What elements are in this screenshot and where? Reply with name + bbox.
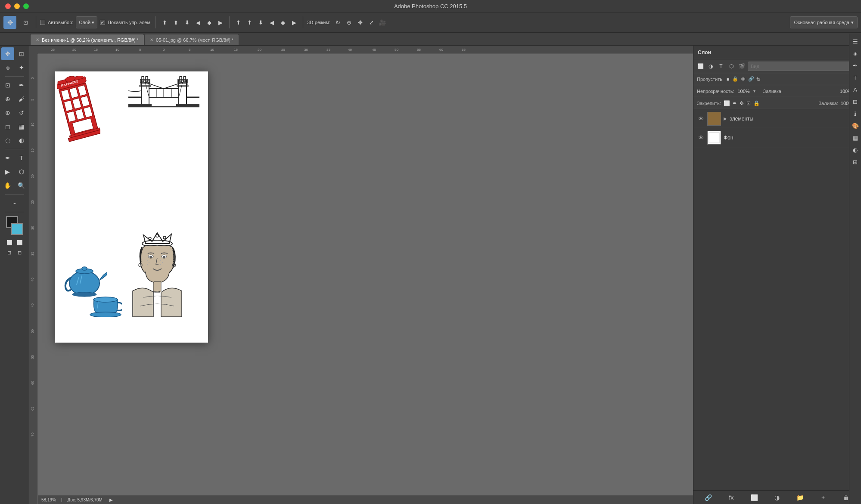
- kind-shape-icon[interactable]: ⬡: [727, 62, 736, 71]
- toolbar-separator-3: [229, 16, 230, 28]
- selection-tool[interactable]: ⊡: [15, 47, 28, 60]
- kind-adjust-icon[interactable]: ◑: [706, 62, 715, 71]
- distribute-icons: ⬆ ⬆ ⬇ ◀ ◆ ▶: [233, 18, 299, 27]
- align-right-icon[interactable]: ▶: [216, 18, 225, 27]
- distrib-1-icon[interactable]: ⬆: [233, 18, 243, 27]
- svg-text:60: 60: [439, 48, 443, 52]
- layer-expand-elements-icon[interactable]: ▶: [724, 116, 727, 121]
- zoom-tool[interactable]: 🔍: [15, 179, 28, 192]
- spot-heal-tool[interactable]: ⊕: [1, 93, 14, 105]
- kind-pixel-icon[interactable]: ⬜: [696, 62, 705, 71]
- panel-patterns-icon[interactable]: ⊞: [850, 157, 861, 167]
- move-tool-button[interactable]: ✥: [3, 16, 16, 29]
- align-top-icon[interactable]: ⬆: [160, 18, 169, 27]
- pen-tool[interactable]: ✒: [1, 152, 14, 164]
- hand-tool[interactable]: ✋: [1, 179, 14, 192]
- tab-untitled[interactable]: ✕ Без имени-1 @ 58,2% (элементы, RGB/8#)…: [30, 34, 144, 45]
- screen-mode-btn[interactable]: ⊡: [5, 248, 14, 257]
- align-vmid-icon[interactable]: ⬆: [171, 18, 180, 27]
- layer-vis-elements-icon[interactable]: 👁: [697, 115, 705, 122]
- showtransform-checkbox[interactable]: ✓: [100, 20, 105, 25]
- layer-mask-icon[interactable]: ⬜: [749, 494, 759, 501]
- status-expand-icon[interactable]: ▶: [109, 498, 113, 502]
- magic-wand-tool[interactable]: ✦: [15, 61, 28, 74]
- distrib-3-icon[interactable]: ⬇: [256, 18, 265, 27]
- gradient-tool[interactable]: ▦: [15, 120, 28, 133]
- lock-all-icon[interactable]: 🔒: [753, 100, 760, 106]
- panel-color-icon[interactable]: 🎨: [850, 121, 861, 131]
- autoselect-checkbox[interactable]: [40, 20, 45, 25]
- layer-link-icon[interactable]: 🔗: [703, 494, 714, 501]
- move-tool[interactable]: ✥: [1, 47, 14, 60]
- layer-item-fon[interactable]: 👁 Фон 🔒: [693, 128, 861, 147]
- brush-tool[interactable]: 🖌: [15, 93, 28, 105]
- artboard-tool-button[interactable]: ⊡: [19, 16, 32, 29]
- layer-item-elements[interactable]: 👁 ▶ элементы: [693, 109, 861, 128]
- crop-tool[interactable]: ⊡: [1, 79, 14, 92]
- history-brush-tool[interactable]: ↺: [15, 106, 28, 119]
- panel-swatches-icon[interactable]: ▦: [850, 133, 861, 143]
- type-tool[interactable]: T: [15, 152, 28, 164]
- dodge-tool[interactable]: ◐: [15, 134, 28, 147]
- shape-tool[interactable]: ⬡: [15, 165, 28, 178]
- layer-group-icon[interactable]: 📁: [795, 494, 805, 501]
- minimize-button[interactable]: [14, 3, 20, 9]
- 3d-scale-icon[interactable]: ⤢: [367, 18, 376, 27]
- kind-type-icon[interactable]: T: [717, 62, 725, 71]
- frame-btn[interactable]: ⊟: [15, 248, 25, 257]
- panel-type-icon[interactable]: T: [850, 72, 861, 83]
- lock-brush-icon[interactable]: ✒: [733, 100, 737, 106]
- close-button[interactable]: [5, 3, 11, 9]
- 3d-cam-icon[interactable]: 🎥: [378, 18, 387, 27]
- eraser-tool[interactable]: ◻: [1, 120, 14, 133]
- panel-char-icon[interactable]: A: [850, 84, 861, 95]
- 3d-rotate-icon[interactable]: ↻: [333, 18, 342, 27]
- 3d-move-icon[interactable]: ✥: [355, 18, 365, 27]
- distrib-6-icon[interactable]: ▶: [289, 18, 299, 27]
- lock-artboard-icon[interactable]: ⊡: [746, 100, 751, 106]
- layer-vis-fon-icon[interactable]: 👁: [697, 134, 705, 141]
- autoselect-dropdown[interactable]: Слой ▾: [76, 16, 97, 28]
- tab-close-2-icon[interactable]: ✕: [150, 37, 153, 42]
- layer-fx-icon[interactable]: fx: [726, 494, 737, 501]
- blur-tool[interactable]: ◌: [1, 134, 14, 147]
- panel-info-icon[interactable]: ℹ: [850, 108, 861, 119]
- distrib-4-icon[interactable]: ◀: [267, 18, 277, 27]
- panel-layers-icon[interactable]: ☰: [850, 46, 861, 46]
- lasso-tool[interactable]: ⌾: [1, 61, 14, 74]
- tab-close-1-icon[interactable]: ✕: [36, 37, 39, 42]
- opacity-value[interactable]: 100%: [737, 89, 749, 94]
- filter-style-icon[interactable]: fx: [757, 77, 761, 82]
- panel-props-icon[interactable]: ⊟: [850, 96, 861, 107]
- quickmask-mode-btn[interactable]: ⬜: [15, 238, 25, 247]
- path-select-tool[interactable]: ▶: [1, 165, 14, 178]
- filter-locked-icon[interactable]: 🔒: [732, 76, 738, 82]
- kind-smart-icon[interactable]: 🎬: [737, 62, 746, 71]
- align-hmid-icon[interactable]: ◆: [205, 18, 214, 27]
- align-left-icon[interactable]: ◀: [193, 18, 203, 27]
- layers-search-input[interactable]: [748, 62, 854, 71]
- extra-tool[interactable]: ···: [8, 197, 21, 210]
- lock-move-icon[interactable]: ✥: [740, 100, 744, 106]
- eyedropper-tool[interactable]: ✒: [15, 79, 28, 92]
- maximize-button[interactable]: [23, 3, 29, 9]
- layer-adjust-icon[interactable]: ◑: [772, 494, 782, 501]
- layer-new-icon[interactable]: +: [818, 494, 828, 501]
- panel-channels-icon[interactable]: ◈: [850, 48, 861, 59]
- tab-bridge[interactable]: ✕ 05-01.jpg @ 66,7% (мост, RGB/8#) *: [144, 34, 239, 45]
- distrib-2-icon[interactable]: ⬆: [245, 18, 254, 27]
- 3d-pan-icon[interactable]: ⊕: [344, 18, 354, 27]
- filter-normal-icon[interactable]: ■: [727, 77, 730, 82]
- background-color[interactable]: [11, 223, 23, 235]
- standard-mode-btn[interactable]: ⬜: [5, 238, 14, 247]
- align-bottom-icon[interactable]: ⬇: [182, 18, 192, 27]
- clone-stamp-tool[interactable]: ⊕: [1, 106, 14, 119]
- distrib-5-icon[interactable]: ◆: [278, 18, 288, 27]
- lock-pixel-icon[interactable]: ⬜: [724, 100, 730, 106]
- panel-paths-icon[interactable]: ✒: [850, 60, 861, 71]
- workspace-dropdown[interactable]: Основная рабочая среда ▾: [790, 16, 858, 28]
- toolbar: ✥ ⊡ Автовыбор: Слой ▾ ✓ Показать упр. эл…: [0, 12, 861, 33]
- filter-visible-icon[interactable]: 👁: [741, 77, 746, 82]
- panel-gradient-icon[interactable]: ◐: [850, 145, 861, 155]
- filter-linked-icon[interactable]: 🔗: [748, 76, 754, 82]
